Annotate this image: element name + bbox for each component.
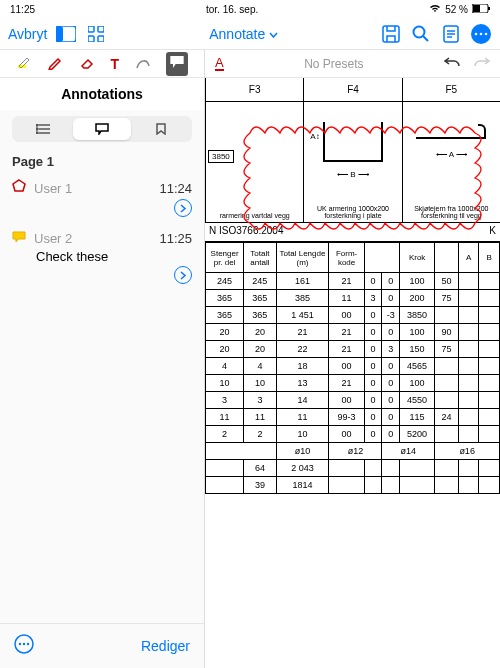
annotation-user: User 2 — [34, 231, 151, 246]
status-time: 11:25 — [10, 4, 35, 15]
note-icon[interactable] — [440, 23, 462, 45]
highlighter-icon[interactable] — [16, 54, 32, 74]
svg-point-30 — [23, 643, 25, 645]
svg-point-25 — [36, 128, 38, 130]
more-actions-icon[interactable] — [14, 634, 34, 658]
nav-title[interactable]: Annotate — [115, 26, 372, 42]
panel-title: Annotations — [0, 78, 204, 110]
wifi-icon — [429, 4, 441, 15]
battery-icon — [472, 4, 490, 15]
col-header: F4 — [303, 78, 401, 101]
svg-point-24 — [36, 124, 38, 126]
more-icon[interactable] — [470, 23, 492, 45]
svg-rect-2 — [488, 7, 490, 10]
text-color-icon[interactable]: A — [215, 56, 224, 71]
view-segmented[interactable] — [12, 116, 192, 142]
svg-point-18 — [480, 32, 483, 35]
svg-point-31 — [27, 643, 29, 645]
page-header: Page 1 — [0, 148, 204, 175]
annotation-note: Check these — [36, 249, 192, 264]
diagram-label: rarmering vartdal vegg — [220, 212, 290, 220]
svg-rect-5 — [88, 26, 94, 32]
text-tool-icon[interactable]: T — [110, 56, 119, 72]
annotation-toolbar: T — [0, 50, 204, 78]
svg-rect-4 — [56, 26, 63, 42]
svg-point-17 — [475, 32, 478, 35]
eraser-icon[interactable] — [79, 54, 95, 74]
svg-rect-7 — [88, 36, 94, 42]
status-date: tor. 16. sep. — [206, 4, 258, 15]
chevron-icon[interactable] — [174, 266, 192, 284]
annotation-item[interactable]: User 2 11:25 Check these — [0, 225, 204, 292]
col-header: F3 — [205, 78, 303, 101]
lasso-icon[interactable] — [135, 54, 151, 74]
annotation-user: User 1 — [34, 181, 151, 196]
undo-icon[interactable] — [444, 55, 460, 73]
svg-point-19 — [485, 32, 488, 35]
svg-rect-1 — [473, 5, 480, 12]
svg-point-26 — [36, 132, 38, 134]
annotation-time: 11:24 — [159, 181, 192, 196]
svg-rect-6 — [98, 26, 104, 32]
sidebar-toggle-icon[interactable] — [55, 23, 77, 45]
pen-icon[interactable] — [47, 54, 63, 74]
annotation-item[interactable]: User 1 11:24 — [0, 175, 204, 225]
search-icon[interactable] — [410, 23, 432, 45]
seg-list[interactable] — [14, 118, 73, 140]
battery-pct: 52 % — [445, 4, 468, 15]
seg-comments[interactable] — [73, 118, 132, 140]
svg-point-10 — [414, 26, 425, 37]
svg-rect-9 — [383, 26, 399, 42]
svg-marker-27 — [13, 180, 25, 191]
document-viewport[interactable]: A No Presets Note Delete F3 F4 F5 3850 r… — [205, 50, 500, 668]
chevron-icon[interactable] — [174, 199, 192, 217]
save-icon[interactable] — [380, 23, 402, 45]
comment-icon[interactable] — [166, 52, 188, 76]
document: F3 F4 F5 3850 rarmering vartdal vegg A↕⟵… — [205, 78, 500, 668]
shape-icon — [12, 179, 26, 197]
edit-button[interactable]: Rediger — [141, 638, 190, 654]
col-header: F5 — [402, 78, 500, 101]
diagram-label: Skjøtejern fra 1000x200 forsterkning til… — [403, 205, 500, 220]
seg-bookmarks[interactable] — [131, 118, 190, 140]
svg-line-11 — [423, 36, 428, 41]
content-toolbar: A No Presets — [205, 50, 500, 78]
svg-rect-8 — [98, 36, 104, 42]
status-bar: 11:25 tor. 16. sep. 52 % — [0, 0, 500, 18]
sidebar: T Annotations Page 1 User 1 11:24 User 2… — [0, 50, 205, 668]
presets-label[interactable]: No Presets — [304, 57, 363, 71]
diagram-label: UK armering 1000x200 forsterkning i plat… — [304, 205, 401, 220]
redo-icon[interactable] — [474, 55, 490, 73]
grid-icon[interactable] — [85, 23, 107, 45]
data-table: Stenger pr. delTotalt antallTotal Lengde… — [205, 242, 500, 443]
note-shape-icon — [12, 229, 26, 247]
nav-bar: Avbryt Annotate — [0, 18, 500, 50]
annotation-time: 11:25 — [159, 231, 192, 246]
svg-point-29 — [19, 643, 21, 645]
cancel-button[interactable]: Avbryt — [8, 26, 47, 42]
